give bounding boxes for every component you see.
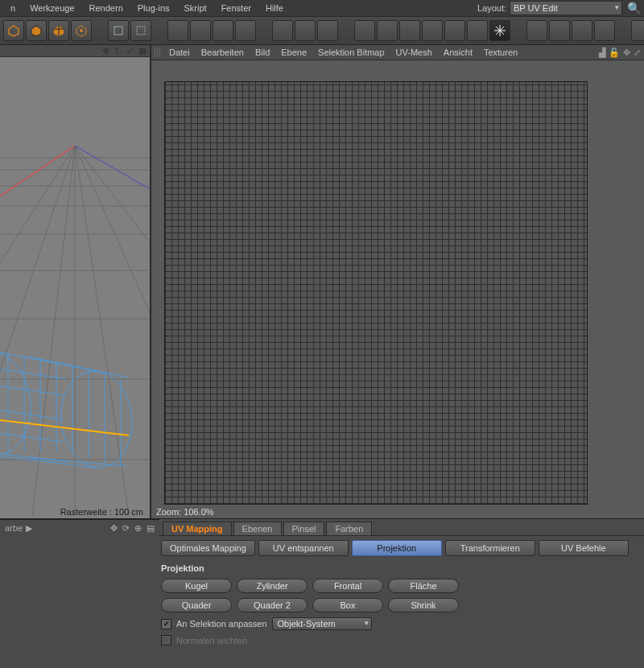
svg-marker-1 bbox=[31, 26, 41, 36]
layout-label: Layout: bbox=[477, 3, 506, 13]
uv-tool-icon[interactable] bbox=[235, 20, 256, 41]
tool-icon[interactable] bbox=[130, 20, 151, 41]
attr-icon[interactable]: ▤ bbox=[147, 523, 155, 534]
tab-pinsel[interactable]: Pinsel bbox=[283, 522, 325, 535]
svg-point-6 bbox=[80, 29, 83, 32]
tab-farben[interactable]: Farben bbox=[326, 522, 372, 535]
uv-tool-icon[interactable] bbox=[354, 20, 375, 41]
display-mode-icon[interactable] bbox=[48, 20, 69, 41]
uv-canvas[interactable]: Zoom: 106.0% bbox=[151, 60, 644, 518]
normals-checkbox[interactable] bbox=[161, 635, 171, 645]
svg-rect-7 bbox=[114, 27, 122, 35]
display-mode-icon[interactable] bbox=[3, 20, 24, 41]
uv-tool-icon[interactable] bbox=[526, 20, 547, 41]
histogram-icon[interactable]: ▟ bbox=[599, 47, 605, 58]
perspective-viewport[interactable]: Rasterweite : 100 cm bbox=[0, 57, 150, 518]
viewport-nav-icon[interactable]: ▦ bbox=[138, 46, 147, 56]
viewport-nav-icon[interactable]: ⤢ bbox=[126, 46, 134, 56]
uv-tool-icon[interactable] bbox=[549, 20, 570, 41]
uv-tool-icon[interactable] bbox=[272, 20, 293, 41]
display-mode-icon[interactable] bbox=[71, 20, 92, 41]
svg-line-38 bbox=[28, 357, 129, 377]
menu-item[interactable]: Rendern bbox=[82, 2, 130, 14]
system-dropdown[interactable]: Objekt-System ▾ bbox=[272, 617, 372, 630]
proj-box-button[interactable]: Box bbox=[312, 598, 383, 612]
uv-tool-icon[interactable] bbox=[594, 20, 615, 41]
search-icon[interactable]: 🔍 bbox=[627, 2, 641, 14]
svg-line-34 bbox=[0, 379, 63, 395]
svg-line-23 bbox=[0, 146, 75, 516]
svg-line-51 bbox=[0, 414, 129, 435]
zoom-icon[interactable]: ⤢ bbox=[634, 47, 641, 58]
chevron-right-icon[interactable]: ▶ bbox=[26, 523, 32, 534]
attr-label: arbe bbox=[5, 523, 23, 533]
layout-value: BP UV Edit bbox=[514, 3, 558, 13]
svg-line-24 bbox=[0, 146, 75, 516]
normals-label: Normalen wichten bbox=[176, 636, 247, 645]
uv-tool-icon-active[interactable] bbox=[489, 20, 510, 41]
tool-icon[interactable] bbox=[108, 20, 129, 41]
display-mode-icon[interactable] bbox=[26, 20, 47, 41]
uv-tool-icon[interactable] bbox=[422, 20, 443, 41]
section-title: Projektion bbox=[0, 560, 644, 576]
uv-menu-item[interactable]: Ebene bbox=[275, 46, 312, 59]
tab-ebenen[interactable]: Ebenen bbox=[233, 522, 282, 535]
menu-item[interactable]: Plug-ins bbox=[130, 2, 177, 14]
proj-flaeche-button[interactable]: Fläche bbox=[388, 579, 459, 593]
move-icon[interactable]: ✥ bbox=[623, 47, 630, 58]
fit-selection-checkbox[interactable] bbox=[161, 619, 171, 629]
lock-icon[interactable]: 🔓 bbox=[609, 47, 620, 58]
chevron-down-icon: ▾ bbox=[365, 619, 369, 627]
uv-menubar: Datei Bearbeiten Bild Ebene Selektion Bi… bbox=[151, 45, 644, 60]
uv-tool-icon[interactable] bbox=[317, 20, 338, 41]
uv-tool-icon[interactable] bbox=[167, 20, 188, 41]
subtab-transform[interactable]: Transformieren bbox=[445, 540, 535, 556]
uv-menu-item[interactable]: Texturen bbox=[478, 46, 523, 59]
proj-frontal-button[interactable]: Frontal bbox=[312, 579, 383, 593]
sub-tab-row: Optimales Mapping UV entspannen Projekti… bbox=[0, 536, 644, 560]
uv-tool-icon[interactable] bbox=[190, 20, 211, 41]
panel-grip-icon[interactable] bbox=[155, 47, 161, 57]
viewport-nav-icon[interactable]: ✥ bbox=[102, 46, 109, 56]
uv-menu-item[interactable]: Bild bbox=[250, 46, 275, 59]
subtab-projektion[interactable]: Projektion bbox=[352, 540, 442, 556]
uv-tool-icon[interactable] bbox=[377, 20, 398, 41]
fit-selection-label: An Selektion anpassen bbox=[176, 619, 267, 629]
menu-item[interactable]: Werkzeuge bbox=[23, 2, 81, 14]
uv-tool-icon[interactable] bbox=[572, 20, 592, 41]
subtab-entspannen[interactable]: UV entspannen bbox=[258, 540, 349, 556]
proj-zylinder-button[interactable]: Zylinder bbox=[237, 579, 308, 593]
uv-tool-icon[interactable] bbox=[213, 20, 233, 41]
svg-line-28 bbox=[75, 146, 150, 516]
tab-uv-mapping[interactable]: UV Mapping bbox=[163, 522, 232, 535]
uv-tool-icon[interactable] bbox=[467, 20, 488, 41]
main-toolbar bbox=[0, 17, 644, 45]
uv-tool-icon[interactable] bbox=[631, 20, 644, 41]
uv-menu-item[interactable]: Ansicht bbox=[438, 46, 478, 59]
uv-menu-item[interactable]: Bearbeiten bbox=[196, 46, 250, 59]
attribute-strip: arbe ▶ ✥ ⟳ ⊕ ▤ bbox=[0, 519, 159, 536]
subtab-optimales[interactable]: Optimales Mapping bbox=[161, 540, 255, 556]
proj-quader2-button[interactable]: Quader 2 bbox=[237, 598, 308, 612]
menu-item[interactable]: Skript bbox=[177, 2, 214, 14]
uv-menu-item[interactable]: Selektion Bitmap bbox=[312, 46, 390, 59]
proj-quader-button[interactable]: Quader bbox=[161, 598, 232, 612]
attr-icon[interactable]: ⊕ bbox=[134, 523, 142, 534]
uv-tool-icon[interactable] bbox=[295, 20, 316, 41]
svg-marker-0 bbox=[9, 26, 19, 36]
viewport-nav-icon[interactable]: ↻ bbox=[114, 46, 122, 56]
menu-item[interactable]: Fenster bbox=[214, 2, 258, 14]
menu-item[interactable]: Hilfe bbox=[258, 2, 291, 14]
attr-icon[interactable]: ⟳ bbox=[122, 523, 130, 534]
uv-tool-icon[interactable] bbox=[444, 20, 465, 41]
proj-kugel-button[interactable]: Kugel bbox=[161, 579, 232, 593]
menu-item[interactable]: n bbox=[3, 2, 23, 14]
layout-dropdown[interactable]: BP UV Edit ▾ bbox=[510, 1, 622, 15]
uv-menu-item[interactable]: Datei bbox=[163, 46, 196, 59]
subtab-uvbefehle[interactable]: UV Befehle bbox=[539, 540, 629, 556]
uv-tool-icon[interactable] bbox=[399, 20, 420, 41]
proj-shrink-button[interactable]: Shrink bbox=[388, 598, 459, 612]
uv-menu-item[interactable]: UV-Mesh bbox=[390, 46, 438, 59]
attr-icon[interactable]: ✥ bbox=[110, 523, 118, 534]
svg-line-25 bbox=[32, 146, 75, 516]
